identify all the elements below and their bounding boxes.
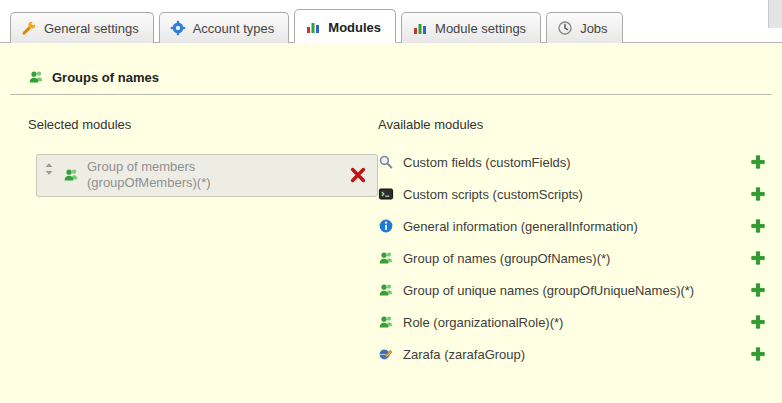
available-module-row[interactable]: Zarafa (zarafaGroup)	[378, 346, 766, 362]
add-icon[interactable]	[750, 154, 766, 170]
modules-icon	[412, 20, 428, 36]
tab-modules[interactable]: Modules	[294, 9, 396, 43]
tab-account-types[interactable]: Account types	[159, 12, 290, 43]
available-module-label: Custom scripts (customScripts)	[403, 187, 583, 202]
section-title: Groups of names	[52, 70, 159, 85]
section-header: Groups of names	[28, 69, 782, 85]
search-icon	[378, 154, 394, 170]
add-icon[interactable]	[750, 314, 766, 330]
group-icon	[378, 282, 394, 298]
available-module-label: General information (generalInformation)	[403, 219, 638, 234]
gear-icon	[170, 20, 186, 36]
wrench-icon	[21, 20, 37, 36]
available-module-label: Group of unique names (groupOfUniqueName…	[403, 283, 694, 298]
available-module-row[interactable]: Group of unique names (groupOfUniqueName…	[378, 282, 766, 298]
available-module-label: Role (organizationalRole)(*)	[403, 315, 563, 330]
available-module-row[interactable]: Custom scripts (customScripts)	[378, 186, 766, 202]
script-icon	[378, 186, 394, 202]
available-module-row[interactable]: Group of names (groupOfNames)(*)	[378, 250, 766, 266]
group-icon	[378, 314, 394, 330]
add-icon[interactable]	[750, 218, 766, 234]
tab-jobs[interactable]: Jobs	[546, 12, 622, 43]
scrollbar-corner	[768, 0, 782, 28]
clock-icon	[557, 20, 573, 36]
selected-modules-heading: Selected modules	[28, 117, 378, 132]
tab-label: Modules	[328, 20, 381, 35]
available-module-label: Zarafa (zarafaGroup)	[403, 347, 525, 362]
group-icon	[378, 250, 394, 266]
available-modules-heading: Available modules	[378, 117, 766, 132]
available-modules-column: Available modules Custom fields (customF…	[378, 117, 782, 378]
add-icon[interactable]	[750, 346, 766, 362]
tab-module-settings[interactable]: Module settings	[401, 12, 541, 43]
tab-label: Account types	[193, 21, 275, 36]
settings-page: General settings Account types	[0, 0, 782, 403]
modules-icon	[305, 19, 321, 35]
tab-label: Module settings	[435, 21, 526, 36]
tab-bar: General settings Account types	[0, 0, 782, 43]
add-icon[interactable]	[750, 250, 766, 266]
modules-panel: Groups of names Selected modules	[0, 43, 782, 403]
group-icon	[28, 69, 44, 85]
module-columns: Selected modules	[0, 117, 782, 378]
available-module-label: Custom fields (customFields)	[403, 155, 571, 170]
available-module-label: Group of names (groupOfNames)(*)	[403, 251, 610, 266]
available-module-row[interactable]: Custom fields (customFields)	[378, 154, 766, 170]
tab-label: General settings	[44, 21, 139, 36]
add-icon[interactable]	[750, 282, 766, 298]
group-icon	[63, 167, 79, 183]
tab-general-settings[interactable]: General settings	[10, 12, 154, 43]
zarafa-icon	[378, 346, 394, 362]
info-icon	[378, 218, 394, 234]
delete-icon[interactable]	[349, 166, 367, 184]
available-module-row[interactable]: Role (organizationalRole)(*)	[378, 314, 766, 330]
selected-module-label: Group of members (groupOfMembers)(*)	[87, 159, 267, 192]
selected-module-item[interactable]: Group of members (groupOfMembers)(*)	[36, 154, 378, 197]
section-divider	[10, 94, 772, 95]
available-module-row[interactable]: General information (generalInformation)	[378, 218, 766, 234]
add-icon[interactable]	[750, 186, 766, 202]
tab-label: Jobs	[580, 21, 607, 36]
selected-modules-column: Selected modules	[0, 117, 378, 378]
drag-handle-icon[interactable]	[43, 161, 55, 177]
